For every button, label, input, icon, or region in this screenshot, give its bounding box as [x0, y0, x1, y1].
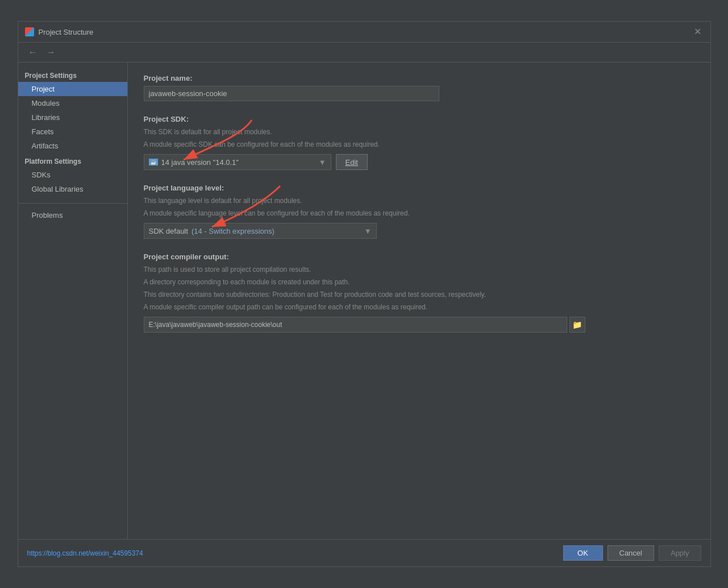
- compiler-output-input[interactable]: [144, 317, 567, 333]
- project-language-label: Project language level:: [144, 184, 694, 192]
- sidebar-item-project[interactable]: Project: [18, 82, 127, 96]
- project-sdk-section: Project SDK: This SDK is default for all…: [144, 115, 694, 170]
- apply-button[interactable]: Apply: [659, 545, 701, 561]
- app-icon: [25, 27, 34, 36]
- project-compiler-desc2: A directory corresponding to each module…: [144, 277, 694, 287]
- nav-bar: ← →: [18, 43, 710, 63]
- sdk-edit-button[interactable]: Edit: [336, 154, 368, 170]
- project-language-desc1: This language level is default for all p…: [144, 196, 694, 206]
- sdk-value: 14 java version "14.0.1": [161, 158, 239, 167]
- language-level-dropdown[interactable]: SDK default (14 - Switch expressions) ▼: [144, 223, 377, 239]
- platform-settings-section-label: Platform Settings: [18, 153, 127, 168]
- ok-button[interactable]: OK: [563, 545, 603, 561]
- project-compiler-desc1: This path is used to store all project c…: [144, 264, 694, 275]
- sidebar: Project Settings Project Modules Librari…: [18, 63, 128, 539]
- project-sdk-desc1: This SDK is default for all project modu…: [144, 127, 694, 137]
- project-name-section: Project name:: [144, 74, 694, 101]
- language-level-hint: (14 - Switch expressions): [192, 227, 274, 235]
- folder-icon: 📁: [572, 320, 582, 329]
- sidebar-item-facets[interactable]: Facets: [18, 125, 127, 139]
- sdk-row: ☕ 14 java version "14.0.1" ▼ Edit: [144, 154, 694, 170]
- language-dropdown-arrow: ▼: [364, 227, 372, 235]
- project-name-input[interactable]: [144, 86, 439, 101]
- project-language-desc2: A module specific language level can be …: [144, 208, 694, 218]
- sidebar-item-global-libraries[interactable]: Global Libraries: [18, 182, 127, 196]
- project-compiler-desc4: A module specific compiler output path c…: [144, 302, 694, 312]
- sidebar-item-libraries[interactable]: Libraries: [18, 110, 127, 125]
- project-language-section: Project language level: This language le…: [144, 184, 694, 239]
- browse-button[interactable]: 📁: [569, 317, 585, 333]
- main-panel: Project name: Project SDK: This SDK is d…: [128, 63, 710, 539]
- cancel-button[interactable]: Cancel: [608, 545, 654, 561]
- sidebar-item-modules[interactable]: Modules: [18, 96, 127, 110]
- forward-button[interactable]: →: [43, 46, 59, 59]
- project-compiler-section: Project compiler output: This path is us…: [144, 252, 694, 333]
- sdk-dropdown[interactable]: ☕ 14 java version "14.0.1" ▼: [144, 154, 331, 170]
- close-button[interactable]: ✕: [692, 26, 704, 38]
- language-level-text: SDK default: [149, 227, 188, 235]
- language-dropdown-container: SDK default (14 - Switch expressions) ▼: [144, 223, 694, 239]
- sidebar-item-problems[interactable]: Problems: [18, 208, 127, 222]
- sdk-dropdown-arrow: ▼: [319, 158, 326, 167]
- project-compiler-label: Project compiler output:: [144, 252, 694, 261]
- project-sdk-desc2: A module specific SDK can be configured …: [144, 139, 694, 150]
- sdk-icon: ☕: [149, 159, 158, 165]
- project-settings-section-label: Project Settings: [18, 67, 127, 82]
- sidebar-item-sdks[interactable]: SDKs: [18, 168, 127, 182]
- sidebar-item-artifacts[interactable]: Artifacts: [18, 139, 127, 153]
- footer-link[interactable]: https://blog.csdn.net/weixin_44595374: [27, 549, 143, 557]
- project-compiler-desc3: This directory contains two subdirectori…: [144, 289, 694, 300]
- footer: https://blog.csdn.net/weixin_44595374 OK…: [18, 539, 710, 566]
- project-name-label: Project name:: [144, 74, 694, 82]
- content-area: Project Settings Project Modules Librari…: [18, 63, 710, 539]
- project-structure-dialog: Project Structure ✕ ← → Project Settings…: [18, 21, 711, 567]
- compiler-output-row: 📁: [144, 317, 694, 333]
- title-bar: Project Structure ✕: [18, 22, 710, 43]
- dialog-title: Project Structure: [39, 28, 687, 36]
- back-button[interactable]: ←: [25, 46, 41, 59]
- project-sdk-label: Project SDK:: [144, 115, 694, 123]
